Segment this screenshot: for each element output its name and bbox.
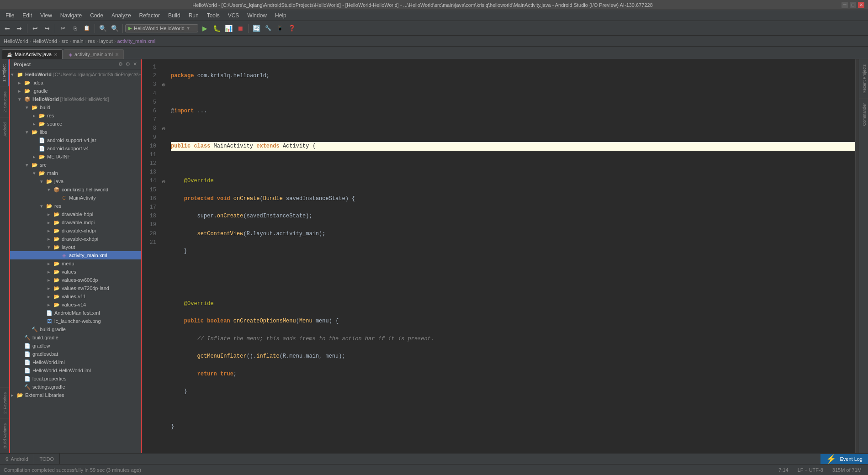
tree-ic-launcher[interactable]: 🖼 ic_launcher-web.png <box>10 317 141 325</box>
tree-androidmanifest[interactable]: 📄 AndroidManifest.xml <box>10 309 141 317</box>
tree-mainactivity[interactable]: C MainActivity <box>10 194 141 202</box>
breadcrumb-layout[interactable]: layout <box>99 38 112 44</box>
bottom-tab-todo[interactable]: TODO <box>34 454 60 464</box>
tree-build-gradle-root[interactable]: 🔨 build.gradle <box>10 333 141 342</box>
tree-build-source[interactable]: ▸ 📂 source <box>10 120 141 128</box>
tree-layout[interactable]: ▾ 📂 layout <box>10 243 141 251</box>
breadcrumb-main[interactable]: main <box>73 38 84 44</box>
tab-build-variants[interactable]: Build Variants <box>0 418 9 453</box>
toolbar-search[interactable]: 🔍 <box>97 23 108 34</box>
toolbar-forward[interactable]: ➡ <box>14 23 25 34</box>
toolbar-debug[interactable]: 🐛 <box>211 23 222 34</box>
status-encoding[interactable]: LF ÷ UTF-8 <box>795 467 826 473</box>
tab-close-activity-xml[interactable]: ✕ <box>115 52 119 57</box>
tree-gradle[interactable]: ▸ 📂 .gradle <box>10 87 141 95</box>
toolbar-copy[interactable]: ⎘ <box>69 23 80 34</box>
breadcrumb-src[interactable]: src <box>62 38 69 44</box>
menu-navigate[interactable]: Navigate <box>57 11 85 20</box>
tree-main[interactable]: ▾ 📂 main <box>10 169 141 177</box>
maximize-btn[interactable]: □ <box>850 2 856 8</box>
tree-meta-inf[interactable]: ▸ 📂 META-INF <box>10 153 141 161</box>
tree-external-libraries[interactable]: ▸ 📂 External Libraries <box>10 391 141 399</box>
tree-helloworld-helloworld-iml[interactable]: 📄 HelloWorld-HelloWorld.iml <box>10 366 141 375</box>
toolbar-stop[interactable]: ⏹ <box>235 23 246 34</box>
tree-activity-main-xml[interactable]: ◈ activity_main.xml <box>10 251 141 259</box>
tree-build-gradle-module[interactable]: 🔨 build.gradle <box>10 325 141 333</box>
tree-res[interactable]: ▾ 📂 res <box>10 202 141 210</box>
tree-idea[interactable]: ▸ 📂 .idea <box>10 79 141 87</box>
toolbar-paste[interactable]: 📋 <box>81 23 92 34</box>
bottom-tab-android[interactable]: 6: Android <box>0 454 34 464</box>
menu-edit[interactable]: Edit <box>19 11 36 20</box>
tree-package[interactable]: ▾ 📦 com.krislq.helloworld <box>10 185 141 194</box>
menu-analyze[interactable]: Analyze <box>108 11 135 20</box>
toolbar-sdk[interactable]: 🔧 <box>263 23 274 34</box>
tab-structure[interactable]: 2: Structure <box>0 86 9 117</box>
breadcrumb-helloworld1[interactable]: HelloWorld <box>4 38 28 44</box>
tree-drawable-hdpi[interactable]: ▸ 📂 drawable-hdpi <box>10 210 141 218</box>
toolbar-coverage[interactable]: 📊 <box>223 23 234 34</box>
tree-values-v11[interactable]: ▸ 📂 values-v11 <box>10 292 141 301</box>
tree-helloworld-iml[interactable]: 📄 HelloWorld.iml <box>10 358 141 366</box>
tab-project[interactable]: 1: Project <box>0 59 9 86</box>
toolbar-back[interactable]: ⬅ <box>2 23 13 34</box>
run-config-dropdown[interactable]: ▶ HelloWorld-HelloWorld ▼ <box>125 24 198 32</box>
tree-root[interactable]: ▾ 📁 HelloWorld [C:\Users\c_lqiang\Androi… <box>10 70 141 79</box>
tree-java[interactable]: ▾ 📂 java <box>10 177 141 185</box>
close-btn[interactable]: ✕ <box>858 2 864 8</box>
tree-drawable-xxhdpi[interactable]: ▸ 📂 drawable-xxhdpi <box>10 235 141 243</box>
tree-values-v14[interactable]: ▸ 📂 values-v14 <box>10 301 141 309</box>
menu-help[interactable]: Help <box>271 11 290 20</box>
tree-values[interactable]: ▸ 📂 values <box>10 268 141 276</box>
breadcrumb-res[interactable]: res <box>88 38 95 44</box>
toolbar-help[interactable]: ❓ <box>286 23 297 34</box>
menu-run[interactable]: Run <box>185 11 202 20</box>
menu-tools[interactable]: Tools <box>203 11 223 20</box>
tab-activity-main-xml[interactable]: ◈ activity_main.xml ✕ <box>64 49 124 59</box>
tree-settings-gradle[interactable]: 🔨 settings.gradle <box>10 383 141 391</box>
tree-values-sw720dp[interactable]: ▸ 📂 values-sw720dp-land <box>10 284 141 292</box>
menu-window[interactable]: Window <box>243 11 270 20</box>
tree-local-properties[interactable]: 📄 local.properties <box>10 375 141 383</box>
toolbar-avd[interactable]: 📱 <box>275 23 286 34</box>
breadcrumb-helloworld2[interactable]: HelloWorld <box>32 38 57 44</box>
menu-code[interactable]: Code <box>86 11 107 20</box>
menu-file[interactable]: File <box>2 11 18 20</box>
tab-recent-projects[interactable]: Recent Projects <box>859 59 868 98</box>
status-memory[interactable]: 315M of 71M <box>830 467 864 473</box>
toolbar-cut[interactable]: ✂ <box>58 23 69 34</box>
project-sync-btn[interactable]: ⚙ <box>118 61 123 67</box>
menu-view[interactable]: View <box>37 11 56 20</box>
tree-values-sw600dp[interactable]: ▸ 📂 values-sw600dp <box>10 276 141 284</box>
tree-drawable-mdpi[interactable]: ▸ 📂 drawable-mdpi <box>10 218 141 227</box>
menu-build[interactable]: Build <box>164 11 184 20</box>
tree-build-res[interactable]: ▸ 📂 res <box>10 111 141 120</box>
menu-refactor[interactable]: Refactor <box>136 11 164 20</box>
tree-support-v4[interactable]: 📄 android.support.v4 <box>10 144 141 153</box>
project-close-btn[interactable]: ✕ <box>133 61 137 67</box>
project-gear-btn[interactable]: ⚙ <box>126 61 130 67</box>
tab-main-activity[interactable]: ☕ MainActivity.java ✕ <box>2 49 63 59</box>
toolbar-sync[interactable]: 🔄 <box>251 23 262 34</box>
toolbar-search2[interactable]: 🔍 <box>109 23 120 34</box>
tree-libs[interactable]: ▾ 📂 libs <box>10 128 141 136</box>
tab-close-main-activity[interactable]: ✕ <box>54 52 58 57</box>
toolbar-run[interactable]: ▶ <box>199 23 210 34</box>
tree-gradlew-bat[interactable]: 📄 gradlew.bat <box>10 350 141 358</box>
minimize-btn[interactable]: ─ <box>842 2 848 8</box>
tree-menu[interactable]: ▸ 📂 menu <box>10 259 141 268</box>
code-editor[interactable]: package com.krislq.helloworld; @import .… <box>167 59 855 453</box>
tree-helloworld-module[interactable]: ▾ 📦 HelloWorld [HelloWorld-HelloWorld] <box>10 95 141 103</box>
menu-vcs[interactable]: VCS <box>224 11 243 20</box>
tree-src[interactable]: ▾ 📂 src <box>10 161 141 169</box>
tree-support-v4-jar[interactable]: 📄 android-support-v4.jar <box>10 136 141 144</box>
tree-build[interactable]: ▾ 📂 build <box>10 103 141 111</box>
tab-favorites[interactable]: 2: Favorites <box>0 387 9 418</box>
breadcrumb-file[interactable]: activity_main.xml <box>117 38 155 44</box>
tab-android[interactable]: Android <box>0 117 9 141</box>
toolbar-redo[interactable]: ↪ <box>42 23 53 34</box>
toolbar-undo[interactable]: ↩ <box>30 23 41 34</box>
tab-commander[interactable]: Commander <box>859 98 868 131</box>
tree-drawable-xhdpi[interactable]: ▸ 📂 drawable-xhdpi <box>10 227 141 235</box>
tree-gradlew[interactable]: 📄 gradlew <box>10 342 141 350</box>
